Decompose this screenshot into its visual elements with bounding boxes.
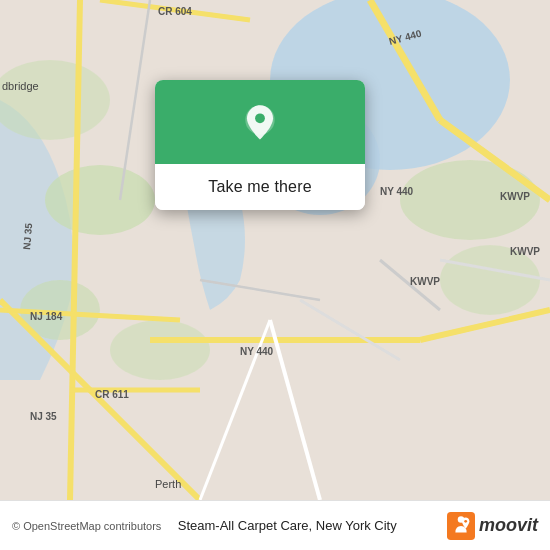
svg-text:Perth: Perth xyxy=(155,478,181,490)
attribution-text: © OpenStreetMap contributors xyxy=(12,520,161,532)
svg-text:NJ 35: NJ 35 xyxy=(21,222,34,250)
svg-text:NY 440: NY 440 xyxy=(240,346,274,357)
svg-text:CR 611: CR 611 xyxy=(95,389,129,400)
svg-point-42 xyxy=(464,519,467,522)
svg-point-3 xyxy=(45,165,155,235)
location-pin-icon xyxy=(238,102,282,146)
take-me-there-button[interactable]: Take me there xyxy=(155,164,365,210)
svg-text:KWVP: KWVP xyxy=(410,276,440,287)
svg-text:NY 440: NY 440 xyxy=(380,186,414,197)
bottom-bar: © OpenStreetMap contributors Steam-All C… xyxy=(0,500,550,550)
moovit-text: moovit xyxy=(479,515,538,536)
svg-text:NJ 184: NJ 184 xyxy=(30,311,63,322)
map-background: CR 604 NY 440 NY 440 NY 440 NJ 35 NJ 184… xyxy=(0,0,550,500)
moovit-logo: moovit xyxy=(447,512,538,540)
popup-card: Take me there xyxy=(155,80,365,210)
svg-point-39 xyxy=(255,113,265,123)
svg-text:KWVP: KWVP xyxy=(500,191,530,202)
svg-text:dbridge: dbridge xyxy=(2,80,39,92)
map-container: CR 604 NY 440 NY 440 NY 440 NJ 35 NJ 184… xyxy=(0,0,550,500)
location-label: Steam-All Carpet Care, New York City xyxy=(178,518,397,533)
svg-text:NJ 35: NJ 35 xyxy=(30,411,57,422)
popup-green-section xyxy=(155,80,365,164)
moovit-logo-icon xyxy=(447,512,475,540)
svg-text:KWVP: KWVP xyxy=(510,246,540,257)
svg-text:CR 604: CR 604 xyxy=(158,6,192,17)
svg-point-5 xyxy=(110,320,210,380)
